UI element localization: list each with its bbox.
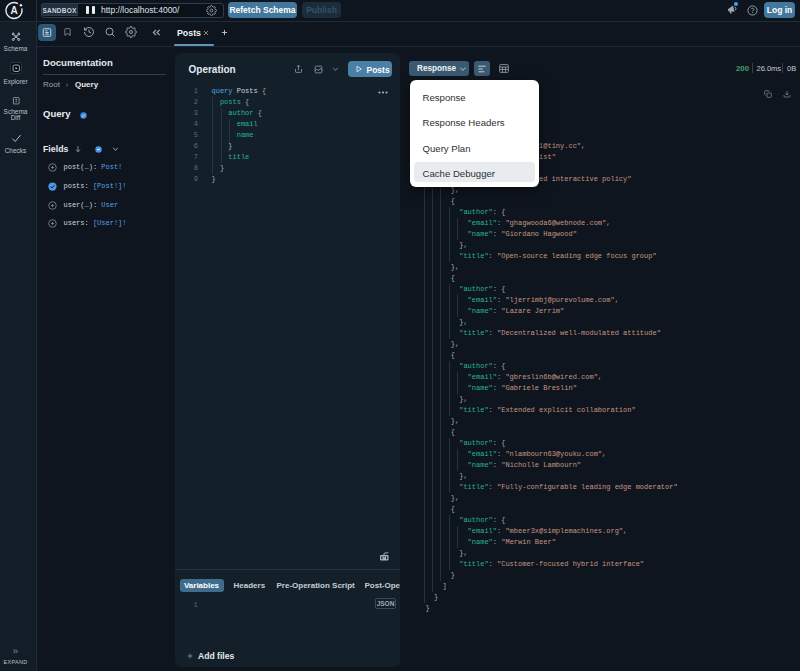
svg-text:A: A [10,5,17,16]
